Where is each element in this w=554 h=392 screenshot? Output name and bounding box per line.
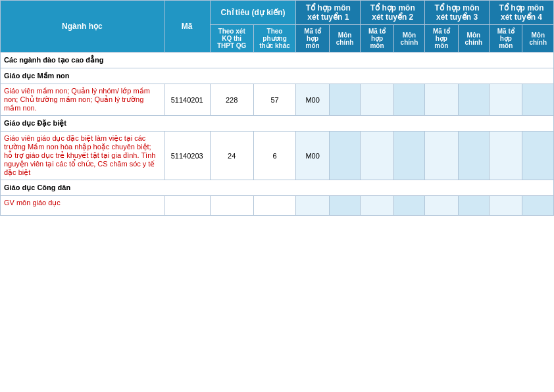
mon-chinh-1-cong-dan — [329, 196, 360, 216]
section-title-cong-dan: Giáo dục Công dân — [1, 180, 554, 196]
theo-xet-kq-mam-non: 228 — [210, 84, 253, 116]
theo-phuong-thuc-dac-biet: 6 — [253, 132, 296, 180]
col-chi-tieu: Chỉ tiêu (dự kiến) — [210, 1, 296, 25]
ma-to-hop-2-cong-dan — [361, 196, 393, 216]
mon-chinh-4-cong-dan — [522, 196, 554, 216]
ma-to-hop-1-cong-dan — [296, 196, 329, 216]
section-title-mam-non: Giáo dục Mầm non — [1, 68, 554, 84]
ma-to-hop-1-dac-biet: M00 — [296, 132, 329, 180]
section-header-dac-biet: Giáo dục Đặc biệt — [1, 116, 554, 132]
col-to-hop-2: Tổ hợp môn xét tuyển 2 — [361, 1, 425, 25]
col-to-hop-3: Tổ hợp môn xét tuyển 3 — [425, 1, 490, 25]
subtitle-mam-non: Giáo viên mầm non; Quản lý nhóm/ lớp mầm… — [1, 84, 164, 116]
ma-cong-dan — [164, 196, 210, 216]
theo-xet-kq-cong-dan — [210, 196, 253, 216]
section-title-dac-biet: Giáo dục Đặc biệt — [1, 116, 554, 132]
ma-to-hop-1-mam-non: M00 — [296, 84, 329, 116]
mon-chinh-1-mam-non — [329, 84, 360, 116]
col-mon-chinh-3: Môn chính — [458, 25, 489, 53]
table-container: Ngành học Mã Chỉ tiêu (dự kiến) Tổ hợp m… — [0, 0, 554, 216]
mon-chinh-4-mam-non — [522, 84, 554, 116]
ma-to-hop-3-mam-non — [425, 84, 458, 116]
ma-to-hop-3-dac-biet — [425, 132, 458, 180]
mon-chinh-1-dac-biet — [329, 132, 360, 180]
ma-to-hop-4-mam-non — [490, 84, 522, 116]
col-nganh-hoc: Ngành học — [1, 1, 164, 53]
col-ma-to-hop-4: Mã tổ hợp môn — [490, 25, 522, 53]
subtitle-cong-dan: GV môn giáo dục — [1, 196, 164, 216]
ma-mam-non: 51140201 — [164, 84, 210, 116]
section-header-cac-nganh: Các ngành đào tạo cao đẳng — [1, 53, 554, 68]
mon-chinh-2-dac-biet — [393, 132, 424, 180]
row-mam-non: Giáo viên mầm non; Quản lý nhóm/ lớp mầm… — [1, 84, 554, 116]
row-dac-biet: Giáo viên giáo dục đặc biệt làm việc tại… — [1, 132, 554, 180]
mon-chinh-2-mam-non — [393, 84, 424, 116]
theo-xet-kq-dac-biet: 24 — [210, 132, 253, 180]
col-mon-chinh-2: Môn chính — [393, 25, 424, 53]
row-cong-dan: GV môn giáo dục — [1, 196, 554, 216]
mon-chinh-3-dac-biet — [458, 132, 489, 180]
col-theo-xet-kq: Theo xét KQ thi THPT QG — [210, 25, 253, 53]
mon-chinh-3-cong-dan — [458, 196, 489, 216]
main-table: Ngành học Mã Chỉ tiêu (dự kiến) Tổ hợp m… — [0, 0, 554, 216]
ma-to-hop-3-cong-dan — [425, 196, 458, 216]
section-header-mam-non: Giáo dục Mầm non — [1, 68, 554, 84]
col-to-hop-1: Tổ hợp môn xét tuyển 1 — [296, 1, 361, 25]
mon-chinh-4-dac-biet — [522, 132, 554, 180]
col-mon-chinh-1: Môn chính — [329, 25, 360, 53]
ma-to-hop-4-cong-dan — [490, 196, 522, 216]
ma-to-hop-2-dac-biet — [361, 132, 393, 180]
ma-to-hop-2-mam-non — [361, 84, 393, 116]
header-row-1: Ngành học Mã Chỉ tiêu (dự kiến) Tổ hợp m… — [1, 1, 554, 25]
col-ma-to-hop-2: Mã tổ hợp môn — [361, 25, 393, 53]
theo-phuong-thuc-cong-dan — [253, 196, 296, 216]
ma-dac-biet: 51140203 — [164, 132, 210, 180]
section-title-cac-nganh: Các ngành đào tạo cao đẳng — [1, 53, 554, 68]
ma-to-hop-4-dac-biet — [490, 132, 522, 180]
mon-chinh-3-mam-non — [458, 84, 489, 116]
col-ma-to-hop-3: Mã tổ hợp môn — [425, 25, 458, 53]
theo-phuong-thuc-mam-non: 57 — [253, 84, 296, 116]
col-ma: Mã — [164, 1, 210, 53]
section-header-cong-dan: Giáo dục Công dân — [1, 180, 554, 196]
col-theo-phuong-thuc: Theo phương thức khác — [253, 25, 296, 53]
subtitle-dac-biet: Giáo viên giáo dục đặc biệt làm việc tại… — [1, 132, 164, 180]
mon-chinh-2-cong-dan — [393, 196, 424, 216]
col-mon-chinh-4: Môn chính — [522, 25, 554, 53]
col-ma-to-hop-1: Mã tổ hợp môn — [296, 25, 329, 53]
col-to-hop-4: Tổ hợp môn xét tuyển 4 — [490, 1, 554, 25]
